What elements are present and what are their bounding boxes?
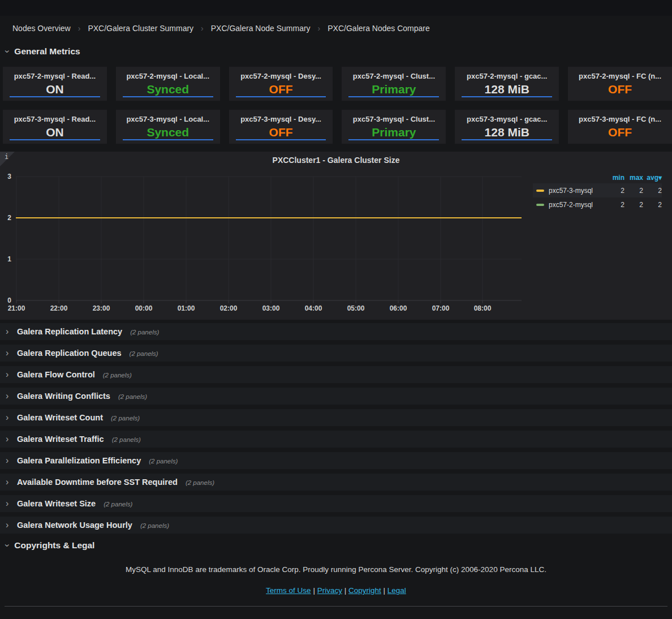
stat-panel-title[interactable]: pxc57-2-mysql - Desy...: [229, 72, 333, 80]
stat-panel-underline: [462, 139, 552, 140]
stat-panel: pxc57-3-mysql - FC (n... OFF: [568, 110, 672, 144]
chevron-right-icon: ›: [6, 521, 12, 530]
legend-min-value: 2: [606, 187, 624, 195]
chevron-right-icon: ›: [6, 349, 12, 358]
stat-panel: pxc57-2-mysql - Read... ON: [3, 67, 107, 101]
x-tick-label: 23:00: [93, 304, 110, 312]
gridlines: [16, 177, 522, 300]
stat-panel-value: Primary: [342, 126, 446, 139]
breadcrumb-item-cluster-summary[interactable]: PXC/Galera Cluster Summary: [88, 24, 193, 33]
legend-header: min max avg▾: [533, 172, 662, 183]
legend-sort-max[interactable]: max: [624, 174, 643, 182]
y-tick-label: 0: [7, 296, 11, 304]
info-icon: i: [5, 153, 8, 161]
stat-panel-value: 128 MiB: [455, 83, 559, 96]
row-galera-writeset-count[interactable]: › Galera Writeset Count (2 panels): [0, 409, 672, 426]
breadcrumb-item-nodes-overview[interactable]: Nodes Overview: [12, 24, 71, 33]
stat-panel-underline: [348, 139, 439, 140]
section-general-metrics[interactable]: › General Metrics: [6, 46, 80, 57]
stat-panel-title[interactable]: pxc57-3-mysql - FC (n...: [568, 115, 672, 123]
row-galera-replication-latency[interactable]: › Galera Replication Latency (2 panels): [0, 323, 672, 340]
row-available-downtime-before-sst[interactable]: › Available Downtime before SST Required…: [0, 474, 672, 491]
row-panel-count: (2 panels): [149, 457, 178, 465]
stat-panel-title[interactable]: pxc57-3-mysql - Read...: [3, 115, 107, 123]
stat-panel-underline: [10, 139, 100, 140]
stat-panel: pxc57-3-mysql - Clust... Primary: [342, 110, 446, 144]
stat-panel-title[interactable]: pxc57-3-mysql - Clust...: [342, 115, 446, 123]
link-terms-of-use[interactable]: Terms of Use: [266, 586, 311, 595]
stat-panel: pxc57-3-mysql - Read... ON: [3, 110, 107, 144]
section-title: Copyrights & Legal: [14, 540, 94, 551]
row-panel-count: (2 panels): [140, 521, 169, 529]
row-title: Galera Replication Queues: [17, 349, 122, 358]
row-title: Galera Writeset Traffic: [17, 435, 104, 444]
row-galera-writeset-size[interactable]: › Galera Writeset Size (2 panels): [0, 495, 672, 512]
row-galera-parallelization-efficiency[interactable]: › Galera Parallelization Efficiency (2 p…: [0, 452, 672, 469]
legend-series-name[interactable]: pxc57-2-mysql: [549, 201, 606, 209]
section-copyrights-legal[interactable]: › Copyrights & Legal: [6, 540, 94, 551]
row-panel-count: (2 panels): [130, 328, 159, 336]
stat-panel-title[interactable]: pxc57-2-mysql - FC (n...: [568, 72, 672, 80]
stat-panel-value: OFF: [229, 126, 333, 139]
stat-panel: pxc57-2-mysql - gcac... 128 MiB: [455, 67, 559, 101]
row-title: Galera Parallelization Efficiency: [17, 456, 141, 465]
stat-panel-title[interactable]: pxc57-3-mysql - Local...: [116, 115, 220, 123]
legend-sort-avg[interactable]: avg▾: [643, 174, 662, 182]
graph-panel-cluster-size: i PXCCluster1 - Galera Cluster Size: [0, 152, 672, 320]
stat-panel-title[interactable]: pxc57-2-mysql - Local...: [116, 72, 220, 80]
stat-panel: pxc57-3-mysql - Desy... OFF: [229, 110, 333, 144]
stat-panel: pxc57-2-mysql - Clust... Primary: [342, 67, 446, 101]
chevron-right-icon: ›: [6, 392, 12, 401]
graph-panel-title[interactable]: PXCCluster1 - Galera Cluster Size: [0, 152, 672, 165]
chevron-right-icon: ›: [6, 456, 12, 465]
row-galera-writing-conflicts[interactable]: › Galera Writing Conflicts (2 panels): [0, 388, 672, 405]
stat-panel-title[interactable]: pxc57-2-mysql - Clust...: [342, 72, 446, 80]
stat-panel-underline: [123, 96, 213, 97]
breadcrumb-separator-icon: ›: [78, 24, 81, 33]
x-tick-label: 05:00: [347, 304, 365, 312]
legend-max-value: 2: [624, 187, 643, 195]
stat-panel-underline: [10, 96, 100, 97]
row-title: Galera Writing Conflicts: [17, 392, 110, 401]
row-title: Galera Writeset Size: [17, 499, 96, 508]
stat-panel-value: ON: [3, 126, 107, 139]
breadcrumb-item-node-summary[interactable]: PXC/Galera Node Summary: [211, 24, 311, 33]
row-galera-flow-control[interactable]: › Galera Flow Control (2 panels): [0, 366, 672, 383]
link-separator: |: [344, 586, 348, 595]
chevron-down-icon: ›: [3, 544, 11, 547]
row-panel-count: (2 panels): [103, 371, 132, 379]
stat-panel-value: Primary: [342, 83, 446, 96]
stat-panel: pxc57-2-mysql - Local... Synced: [116, 67, 220, 101]
stat-panel-title[interactable]: pxc57-2-mysql - gcac...: [455, 72, 559, 80]
y-tick-label: 3: [7, 173, 11, 180]
x-tick-label: 08:00: [474, 304, 492, 312]
breadcrumb-item-nodes-compare[interactable]: PXC/Galera Nodes Compare: [328, 24, 430, 33]
sort-caret-icon: ▾: [658, 174, 662, 182]
legal-links: Terms of Use | Privacy | Copyright | Leg…: [0, 586, 672, 595]
chevron-right-icon: ›: [6, 435, 12, 444]
chevron-right-icon: ›: [6, 413, 12, 422]
stat-panel-underline: [462, 96, 552, 97]
stat-panel: pxc57-3-mysql - gcac... 128 MiB: [455, 110, 559, 144]
top-navigation-bar: [0, 0, 672, 16]
row-galera-network-usage-hourly[interactable]: › Galera Network Usage Hourly (2 panels): [0, 517, 672, 534]
breadcrumb-separator-icon: ›: [318, 24, 321, 33]
stat-panel-underline: [236, 96, 326, 97]
row-galera-writeset-traffic[interactable]: › Galera Writeset Traffic (2 panels): [0, 431, 672, 448]
row-title: Galera Network Usage Hourly: [17, 521, 132, 530]
x-tick-label: 21:00: [8, 304, 25, 312]
stat-panel-title[interactable]: pxc57-3-mysql - gcac...: [455, 115, 559, 123]
link-separator: |: [313, 586, 317, 595]
link-copyright[interactable]: Copyright: [348, 586, 381, 595]
link-privacy[interactable]: Privacy: [317, 586, 342, 595]
stat-panel-value: Synced: [116, 126, 220, 139]
stat-panel-title[interactable]: pxc57-3-mysql - Desy...: [229, 115, 333, 123]
row-panel-count: (2 panels): [112, 435, 141, 443]
stat-panel-title[interactable]: pxc57-2-mysql - Read...: [3, 72, 107, 80]
stat-panels-grid: pxc57-2-mysql - Read... ON pxc57-2-mysql…: [3, 67, 672, 144]
legend-sort-min[interactable]: min: [606, 174, 624, 182]
row-galera-replication-queues[interactable]: › Galera Replication Queues (2 panels): [0, 345, 672, 362]
link-legal[interactable]: Legal: [387, 586, 406, 595]
x-tick-label: 03:00: [262, 304, 280, 312]
legend-series-name[interactable]: pxc57-3-mysql: [549, 187, 606, 195]
